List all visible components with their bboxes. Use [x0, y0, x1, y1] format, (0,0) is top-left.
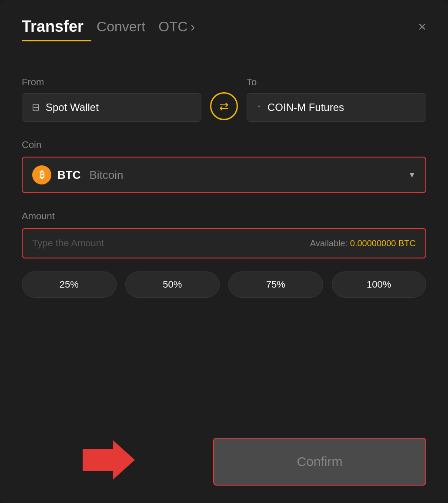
svg-marker-0	[83, 440, 135, 480]
pct-25-button[interactable]: 25%	[22, 272, 117, 298]
btc-icon: ₿	[32, 165, 51, 184]
close-button[interactable]: ×	[418, 20, 426, 34]
pct-50-button[interactable]: 50%	[125, 272, 220, 298]
to-group: To ↑ COIN-M Futures	[247, 77, 426, 122]
arrow-svg	[83, 440, 135, 480]
coin-label: Coin	[22, 139, 426, 151]
amount-label: Amount	[22, 211, 426, 222]
wallet-icon: ⊟	[32, 102, 40, 113]
amount-box: Type the Amount Available: 0.00000000 BT…	[22, 228, 426, 258]
to-label: To	[247, 77, 426, 88]
to-wallet-selector[interactable]: ↑ COIN-M Futures	[247, 93, 426, 122]
transfer-modal: Transfer Convert OTC › × From ⊟ Spot Wal…	[0, 0, 448, 503]
coin-symbol: BTC	[57, 168, 80, 182]
chevron-down-icon: ▼	[408, 171, 416, 180]
from-label: From	[22, 77, 201, 88]
to-wallet-name: COIN-M Futures	[267, 101, 344, 114]
arrow-indicator	[83, 440, 135, 481]
amount-available: Available: 0.00000000 BTC	[310, 238, 416, 248]
active-tab-indicator	[22, 40, 91, 41]
coin-full-name: Bitcoin	[89, 168, 123, 182]
tab-otc[interactable]: OTC ›	[158, 19, 195, 35]
from-wallet-selector[interactable]: ⊟ Spot Wallet	[22, 93, 201, 122]
from-group: From ⊟ Spot Wallet	[22, 77, 201, 122]
header-divider	[22, 59, 426, 59]
from-to-section: From ⊟ Spot Wallet ⇄ To ↑ COIN-M Futures	[22, 77, 426, 122]
pct-75-button[interactable]: 75%	[228, 272, 323, 298]
confirm-button[interactable]: Confirm	[213, 438, 426, 486]
percentage-row: 25% 50% 75% 100%	[22, 272, 426, 298]
coin-selector[interactable]: ₿ BTC Bitcoin ▼	[22, 157, 426, 193]
futures-icon: ↑	[257, 102, 261, 113]
swap-button[interactable]: ⇄	[210, 92, 238, 120]
pct-100-button[interactable]: 100%	[332, 272, 427, 298]
modal-header: Transfer Convert OTC › ×	[22, 17, 426, 36]
bottom-area: Confirm	[22, 429, 426, 486]
from-wallet-name: Spot Wallet	[46, 101, 99, 114]
tab-convert[interactable]: Convert	[97, 19, 145, 35]
available-value: 0.00000000 BTC	[350, 238, 416, 248]
amount-placeholder[interactable]: Type the Amount	[32, 238, 104, 249]
swap-icon: ⇄	[219, 100, 229, 113]
tab-transfer[interactable]: Transfer	[22, 17, 84, 36]
